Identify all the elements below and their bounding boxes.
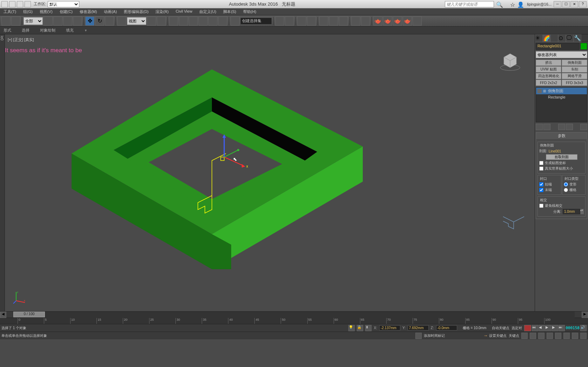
- gen-coords-checkbox[interactable]: [539, 161, 543, 165]
- ribbon-select[interactable]: 选择: [22, 28, 29, 33]
- select-name-tool[interactable]: [53, 16, 62, 26]
- time-prev[interactable]: ◀: [0, 312, 6, 318]
- lock-icon[interactable]: 💡: [348, 325, 355, 331]
- goto-end[interactable]: ⏭: [559, 325, 565, 331]
- render-5[interactable]: [413, 16, 422, 26]
- render-3[interactable]: 🫖: [393, 16, 402, 26]
- snap-s[interactable]: [208, 16, 218, 26]
- modify-tab[interactable]: 🌈: [543, 34, 550, 42]
- sellock-label[interactable]: 选定对: [512, 326, 522, 331]
- tool-2[interactable]: [11, 16, 20, 26]
- util-icon[interactable]: [503, 1, 509, 7]
- script-icon[interactable]: [415, 333, 422, 339]
- pick-profile-button[interactable]: 拾取剖面: [546, 154, 577, 160]
- menu-customize[interactable]: 自定义(U): [196, 8, 220, 15]
- layer-tool[interactable]: [297, 16, 306, 26]
- show-end[interactable]: [543, 124, 550, 130]
- create-tab[interactable]: ✳: [535, 34, 543, 42]
- move-tool[interactable]: ✥: [85, 16, 94, 26]
- btn-uvw[interactable]: UVW 贴图: [536, 66, 561, 73]
- hierarchy-tab[interactable]: [550, 34, 558, 42]
- viewport[interactable]: [+] [正交] [真实] It seems as if it's meant …: [5, 34, 535, 311]
- config-sets[interactable]: [580, 124, 587, 130]
- rotate-tool[interactable]: ↻: [95, 16, 104, 26]
- menu-graph[interactable]: 图形编辑器(D): [120, 8, 152, 15]
- menu-render[interactable]: 渲染(R): [152, 8, 172, 15]
- help-button[interactable]: ?: [579, 1, 587, 7]
- search-input[interactable]: [445, 1, 494, 7]
- prev-frame[interactable]: ◀: [539, 325, 545, 331]
- nav-2[interactable]: [530, 333, 536, 339]
- render-frame[interactable]: [361, 16, 370, 26]
- link-icon[interactable]: [25, 1, 31, 7]
- next-frame[interactable]: ▶: [552, 325, 558, 331]
- nav-8[interactable]: [580, 333, 587, 339]
- redo-icon[interactable]: [17, 1, 23, 7]
- star-icon[interactable]: ☆: [510, 1, 516, 7]
- render-2[interactable]: 🫖: [383, 16, 392, 26]
- menu-group[interactable]: 组(G): [20, 8, 36, 15]
- goto-start[interactable]: ⏮: [532, 325, 538, 331]
- utilities-tab[interactable]: 🔧: [574, 34, 581, 42]
- real-world-checkbox[interactable]: [539, 166, 543, 171]
- workspace-select[interactable]: 默认: [48, 1, 79, 7]
- undo-icon[interactable]: [9, 1, 15, 7]
- snap-s2[interactable]: [218, 16, 227, 26]
- schematic-tool[interactable]: [329, 16, 338, 26]
- object-name-field[interactable]: Rectangle001: [536, 43, 580, 50]
- viewcube[interactable]: [500, 50, 521, 71]
- menu-help[interactable]: 帮助(H): [240, 8, 260, 15]
- btn-ffd3[interactable]: FFD 3x3x3: [562, 80, 587, 86]
- modifier-list-select[interactable]: 修改器列表: [536, 51, 587, 58]
- vol-icon[interactable]: 🔊: [580, 325, 587, 331]
- material-tool[interactable]: [339, 16, 348, 26]
- unique[interactable]: [558, 124, 565, 130]
- stack-item-bevel[interactable]: ⊞ 倒角剖面: [536, 88, 587, 94]
- scale-tool[interactable]: [105, 16, 114, 26]
- curve-tool[interactable]: [319, 16, 328, 26]
- menu-animation[interactable]: 动画(A): [100, 8, 120, 15]
- nav-5[interactable]: [555, 333, 561, 339]
- select-tool[interactable]: [44, 16, 53, 26]
- viewport-label[interactable]: [+] [正交] [真实]: [8, 37, 34, 42]
- snap-angle[interactable]: [179, 16, 188, 26]
- user-icon[interactable]: 👤: [517, 1, 523, 7]
- keyfilter-label[interactable]: 关键点: [509, 333, 519, 338]
- pivot-tool[interactable]: [147, 16, 156, 26]
- time-next[interactable]: ▶: [582, 312, 588, 318]
- minimize-button[interactable]: ─: [554, 1, 561, 7]
- coord-mode[interactable]: ⬍: [365, 325, 372, 331]
- manip-tool[interactable]: [157, 16, 166, 26]
- nav-1[interactable]: [521, 333, 528, 339]
- time-handle[interactable]: 0 / 100: [13, 312, 45, 317]
- stack-item-rect[interactable]: Rectangle: [536, 94, 587, 100]
- cap-grid-radio[interactable]: [564, 188, 568, 192]
- refsys-tool[interactable]: [117, 16, 126, 26]
- setkey-label[interactable]: 设置关键点: [489, 333, 507, 338]
- play-button[interactable]: ▶: [545, 325, 552, 331]
- render-setup[interactable]: [351, 16, 360, 26]
- spinner-buttons[interactable]: ▴▾: [580, 209, 584, 214]
- menu-script[interactable]: 脚本(S): [220, 8, 240, 15]
- x-input[interactable]: [379, 325, 400, 331]
- binoculars-icon[interactable]: 🔍: [496, 1, 502, 7]
- remove-mod[interactable]: [566, 124, 573, 130]
- visibility-icon[interactable]: [537, 89, 542, 93]
- lock2-icon[interactable]: 🔒: [357, 325, 363, 331]
- ribbon-form[interactable]: 形式: [4, 28, 11, 33]
- z-input[interactable]: [436, 325, 457, 331]
- select-rect-tool[interactable]: [63, 16, 72, 26]
- named-set-input[interactable]: [240, 18, 272, 25]
- maximize-button[interactable]: ☐: [562, 1, 570, 7]
- btn-extrude[interactable]: 挤出: [536, 60, 561, 66]
- menu-tools[interactable]: 工具(T): [0, 8, 20, 15]
- time-ruler[interactable]: 0 5 10 15 20 25 30 35 40 45 50 55 60 65 …: [0, 318, 588, 324]
- separation-input[interactable]: [563, 209, 580, 214]
- expand-icon[interactable]: ⊞: [543, 89, 547, 93]
- motion-tab[interactable]: ⊙: [558, 34, 566, 42]
- autokey-label[interactable]: 自动关键点: [492, 326, 509, 331]
- add-marker-label[interactable]: 添加时间标记: [424, 333, 445, 338]
- mirror-tool[interactable]: [275, 16, 284, 26]
- btn-ffd2[interactable]: FFD 2x2x2: [536, 80, 561, 86]
- snap-percent[interactable]: [189, 16, 198, 26]
